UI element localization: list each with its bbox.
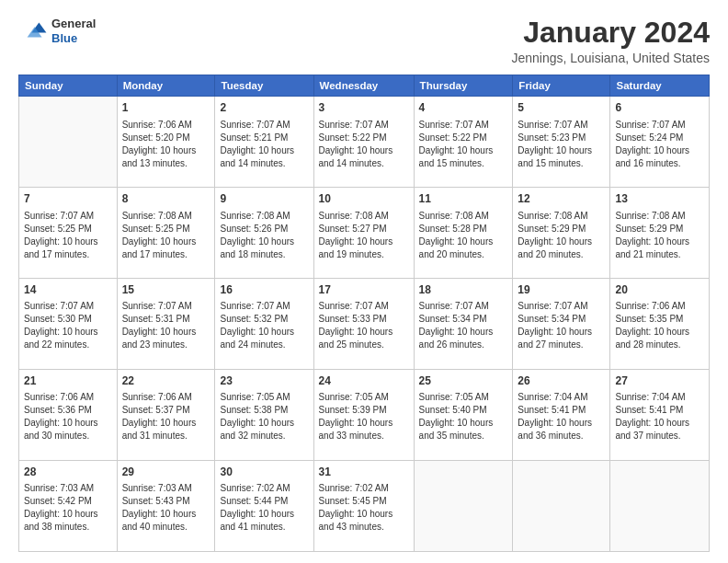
day-number: 17 [319,282,409,298]
table-row [513,461,610,552]
table-row: 12Sunrise: 7:08 AM Sunset: 5:29 PM Dayli… [513,188,610,279]
day-number: 22 [122,373,210,389]
table-row: 2Sunrise: 7:07 AM Sunset: 5:21 PM Daylig… [215,97,313,188]
header: General Blue January 2024 Jennings, Loui… [18,17,710,65]
day-number: 28 [24,465,112,480]
day-info: Sunrise: 7:07 AM Sunset: 5:21 PM Dayligh… [220,119,308,170]
table-row: 6Sunrise: 7:07 AM Sunset: 5:24 PM Daylig… [610,97,710,188]
day-info: Sunrise: 7:07 AM Sunset: 5:34 PM Dayligh… [518,300,605,351]
day-number: 11 [419,191,508,207]
day-info: Sunrise: 7:06 AM Sunset: 5:35 PM Dayligh… [615,300,704,351]
calendar-location: Jennings, Louisiana, United States [511,51,710,65]
day-info: Sunrise: 7:02 AM Sunset: 5:44 PM Dayligh… [220,482,308,534]
table-row: 8Sunrise: 7:08 AM Sunset: 5:25 PM Daylig… [117,188,215,279]
day-number: 16 [220,282,308,298]
table-row: 11Sunrise: 7:08 AM Sunset: 5:28 PM Dayli… [414,188,513,279]
day-info: Sunrise: 7:07 AM Sunset: 5:22 PM Dayligh… [419,119,508,170]
table-row: 23Sunrise: 7:05 AM Sunset: 5:38 PM Dayli… [215,370,313,461]
col-wednesday: Wednesday [313,75,414,97]
day-info: Sunrise: 7:03 AM Sunset: 5:43 PM Dayligh… [122,482,210,534]
day-info: Sunrise: 7:08 AM Sunset: 5:28 PM Dayligh… [419,210,508,261]
day-number: 31 [319,465,409,480]
logo: General Blue [18,17,96,46]
day-number: 7 [24,191,112,207]
day-info: Sunrise: 7:02 AM Sunset: 5:45 PM Dayligh… [319,482,409,534]
logo-text: General Blue [51,17,96,45]
table-row: 1Sunrise: 7:06 AM Sunset: 5:20 PM Daylig… [117,97,215,188]
table-row: 24Sunrise: 7:05 AM Sunset: 5:39 PM Dayli… [313,370,414,461]
day-number: 14 [24,282,112,298]
day-info: Sunrise: 7:08 AM Sunset: 5:29 PM Dayligh… [615,210,704,261]
day-number: 24 [319,373,409,389]
day-number: 18 [419,282,508,298]
day-number: 8 [122,191,210,207]
calendar-week-row: 1Sunrise: 7:06 AM Sunset: 5:20 PM Daylig… [19,97,710,188]
day-info: Sunrise: 7:07 AM Sunset: 5:24 PM Dayligh… [615,119,704,170]
table-row: 28Sunrise: 7:03 AM Sunset: 5:42 PM Dayli… [19,461,118,552]
day-info: Sunrise: 7:06 AM Sunset: 5:37 PM Dayligh… [122,391,210,442]
day-number: 12 [518,191,605,207]
day-number: 29 [122,465,210,480]
col-friday: Friday [513,75,610,97]
logo-blue-text: Blue [51,31,96,46]
day-info: Sunrise: 7:07 AM Sunset: 5:31 PM Dayligh… [122,300,210,351]
table-row: 26Sunrise: 7:04 AM Sunset: 5:41 PM Dayli… [513,370,610,461]
col-saturday: Saturday [610,75,710,97]
table-row: 25Sunrise: 7:05 AM Sunset: 5:40 PM Dayli… [414,370,513,461]
table-row: 27Sunrise: 7:04 AM Sunset: 5:41 PM Dayli… [610,370,710,461]
day-info: Sunrise: 7:08 AM Sunset: 5:25 PM Dayligh… [122,210,210,261]
col-tuesday: Tuesday [215,75,313,97]
title-block: January 2024 Jennings, Louisiana, United… [511,17,710,65]
table-row: 22Sunrise: 7:06 AM Sunset: 5:37 PM Dayli… [117,370,215,461]
table-row [19,97,118,188]
day-number: 15 [122,282,210,298]
day-info: Sunrise: 7:04 AM Sunset: 5:41 PM Dayligh… [615,391,704,442]
day-info: Sunrise: 7:07 AM Sunset: 5:34 PM Dayligh… [419,300,508,351]
table-row: 7Sunrise: 7:07 AM Sunset: 5:25 PM Daylig… [19,188,118,279]
day-info: Sunrise: 7:07 AM Sunset: 5:23 PM Dayligh… [518,119,605,170]
table-row: 31Sunrise: 7:02 AM Sunset: 5:45 PM Dayli… [313,461,414,552]
logo-general-text: General [51,17,96,31]
day-info: Sunrise: 7:06 AM Sunset: 5:20 PM Dayligh… [122,119,210,170]
calendar-week-row: 14Sunrise: 7:07 AM Sunset: 5:30 PM Dayli… [19,279,710,370]
day-number: 10 [319,191,409,207]
table-row: 3Sunrise: 7:07 AM Sunset: 5:22 PM Daylig… [313,97,414,188]
col-thursday: Thursday [414,75,513,97]
day-info: Sunrise: 7:05 AM Sunset: 5:39 PM Dayligh… [319,391,409,442]
table-row: 18Sunrise: 7:07 AM Sunset: 5:34 PM Dayli… [414,279,513,370]
table-row: 5Sunrise: 7:07 AM Sunset: 5:23 PM Daylig… [513,97,610,188]
table-row: 17Sunrise: 7:07 AM Sunset: 5:33 PM Dayli… [313,279,414,370]
day-number: 27 [615,373,704,389]
table-row: 10Sunrise: 7:08 AM Sunset: 5:27 PM Dayli… [313,188,414,279]
table-row [610,461,710,552]
table-row: 30Sunrise: 7:02 AM Sunset: 5:44 PM Dayli… [215,461,313,552]
table-row: 15Sunrise: 7:07 AM Sunset: 5:31 PM Dayli… [117,279,215,370]
calendar-table: Sunday Monday Tuesday Wednesday Thursday… [18,75,710,552]
day-number: 23 [220,373,308,389]
day-info: Sunrise: 7:07 AM Sunset: 5:33 PM Dayligh… [319,300,409,351]
day-number: 2 [220,100,308,116]
day-number: 19 [518,282,605,298]
day-info: Sunrise: 7:05 AM Sunset: 5:40 PM Dayligh… [419,391,508,442]
table-row: 13Sunrise: 7:08 AM Sunset: 5:29 PM Dayli… [610,188,710,279]
day-number: 26 [518,373,605,389]
day-number: 30 [220,465,308,480]
calendar-week-row: 21Sunrise: 7:06 AM Sunset: 5:36 PM Dayli… [19,370,710,461]
day-info: Sunrise: 7:07 AM Sunset: 5:25 PM Dayligh… [24,210,112,261]
day-info: Sunrise: 7:08 AM Sunset: 5:29 PM Dayligh… [518,210,605,261]
day-info: Sunrise: 7:08 AM Sunset: 5:26 PM Dayligh… [220,210,308,261]
day-info: Sunrise: 7:06 AM Sunset: 5:36 PM Dayligh… [24,391,112,442]
day-info: Sunrise: 7:07 AM Sunset: 5:30 PM Dayligh… [24,300,112,351]
logo-icon [18,17,48,46]
table-row: 29Sunrise: 7:03 AM Sunset: 5:43 PM Dayli… [117,461,215,552]
table-row: 20Sunrise: 7:06 AM Sunset: 5:35 PM Dayli… [610,279,710,370]
day-info: Sunrise: 7:07 AM Sunset: 5:22 PM Dayligh… [319,119,409,170]
day-info: Sunrise: 7:03 AM Sunset: 5:42 PM Dayligh… [24,482,112,534]
day-info: Sunrise: 7:04 AM Sunset: 5:41 PM Dayligh… [518,391,605,442]
table-row: 16Sunrise: 7:07 AM Sunset: 5:32 PM Dayli… [215,279,313,370]
table-row: 14Sunrise: 7:07 AM Sunset: 5:30 PM Dayli… [19,279,118,370]
day-info: Sunrise: 7:07 AM Sunset: 5:32 PM Dayligh… [220,300,308,351]
calendar-week-row: 28Sunrise: 7:03 AM Sunset: 5:42 PM Dayli… [19,461,710,552]
table-row [414,461,513,552]
calendar-title: January 2024 [511,17,710,49]
